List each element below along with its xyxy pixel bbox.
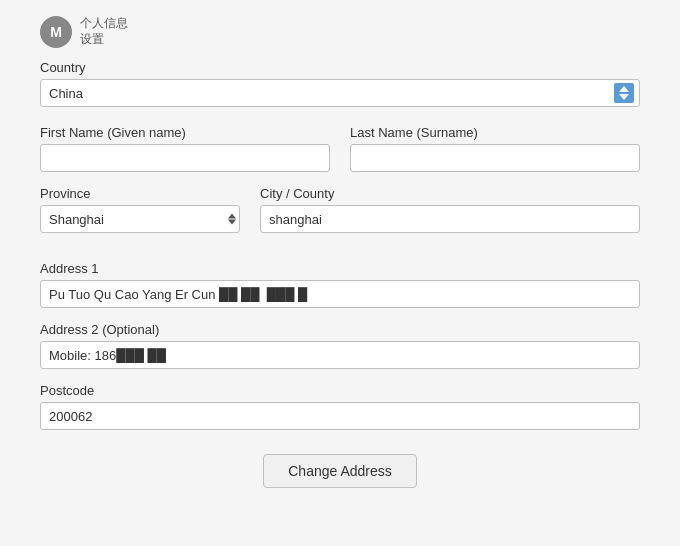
- last-name-label: Last Name (Surname): [350, 125, 640, 140]
- name-row: First Name (Given name) Last Name (Surna…: [40, 125, 640, 186]
- change-address-button[interactable]: Change Address: [263, 454, 417, 488]
- postcode-field-group: Postcode: [40, 383, 640, 430]
- first-name-field-group: First Name (Given name): [40, 125, 330, 172]
- province-city-row: Province Shanghai Beijing Guangdong City…: [40, 186, 640, 247]
- province-select-wrapper: Shanghai Beijing Guangdong: [40, 205, 240, 233]
- user-info: 个人信息 设置: [80, 16, 128, 47]
- province-field-group: Province Shanghai Beijing Guangdong: [40, 186, 240, 233]
- address2-label: Address 2 (Optional): [40, 322, 640, 337]
- country-select[interactable]: China United States United Kingdom: [40, 79, 640, 107]
- first-name-label: First Name (Given name): [40, 125, 330, 140]
- avatar: M: [40, 16, 72, 48]
- address1-label: Address 1: [40, 261, 640, 276]
- user-info-sub: 设置: [80, 32, 104, 46]
- last-name-input[interactable]: [350, 144, 640, 172]
- postcode-label: Postcode: [40, 383, 640, 398]
- country-field-group: Country China United States United Kingd…: [40, 60, 640, 107]
- city-field-group: City / County: [260, 186, 640, 233]
- header-row: M 个人信息 设置: [40, 16, 640, 48]
- country-select-wrapper: China United States United Kingdom: [40, 79, 640, 107]
- city-input[interactable]: [260, 205, 640, 233]
- country-label: Country: [40, 60, 640, 75]
- address1-field-group: Address 1: [40, 261, 640, 308]
- address2-field-group: Address 2 (Optional): [40, 322, 640, 369]
- last-name-field-group: Last Name (Surname): [350, 125, 640, 172]
- submit-row: Change Address: [40, 454, 640, 488]
- postcode-input[interactable]: [40, 402, 640, 430]
- province-select[interactable]: Shanghai Beijing Guangdong: [40, 205, 240, 233]
- address2-input[interactable]: [40, 341, 640, 369]
- page-container: M 个人信息 设置 Country China United States Un…: [0, 0, 680, 546]
- city-label: City / County: [260, 186, 640, 201]
- address1-input[interactable]: [40, 280, 640, 308]
- province-label: Province: [40, 186, 240, 201]
- first-name-input[interactable]: [40, 144, 330, 172]
